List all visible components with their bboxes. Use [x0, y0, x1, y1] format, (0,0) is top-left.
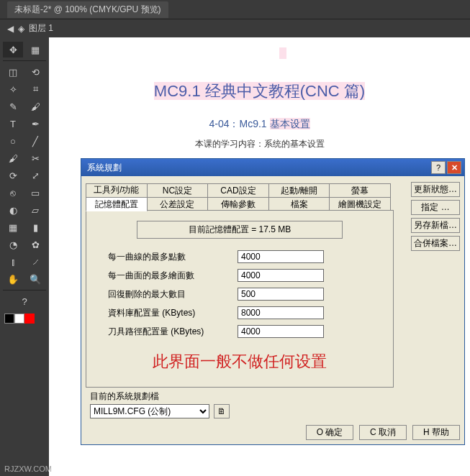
layers-label[interactable]: 图层 1 [29, 22, 53, 35]
system-config-dialog: 系統規劃 ? ✕ 更新狀態…指定 …另存新檔…合併檔案… 工具列/功能鍵NC設定… [81, 158, 465, 445]
tab-繪圖機設定[interactable]: 繪圖機設定 [329, 197, 391, 211]
tab-螢幕[interactable]: 螢幕 [329, 183, 391, 198]
eyedropper-tool[interactable]: ✎ [3, 99, 23, 114]
doc-subtitle: 4-04：Mc9.1 基本设置 [49, 118, 470, 131]
color-swatches [3, 313, 46, 324]
artboard-tool[interactable]: ▦ [25, 42, 45, 58]
type-tool[interactable]: T [3, 116, 23, 132]
side-btn-合併檔案…[interactable]: 合併檔案… [411, 236, 460, 251]
form-input-4[interactable] [238, 325, 324, 338]
tab-記憶體配置[interactable]: 記憶體配置 [86, 197, 148, 211]
layers-bar: ◀ ◈ 图层 1 [0, 19, 470, 37]
form-label: 回復刪除的最大數目 [94, 288, 238, 301]
tab-content: 目前記憶體配置 = 17.5 MB 每一曲線的最多點數每一曲面的最多繪面數回復刪… [86, 210, 394, 388]
chevron-left-icon[interactable]: ◀ [7, 24, 14, 34]
form-row: 刀具路徑配置量 (KBytes) [94, 325, 386, 338]
dialog-title-text: 系統規劃 [84, 162, 122, 174]
help-icon[interactable]: ? [431, 161, 446, 174]
form-row: 資料庫配置量 (KBytes) [94, 306, 386, 319]
paintbrush-tool[interactable]: 🖌 [3, 150, 23, 166]
slice-tool[interactable]: ⟋ [25, 254, 45, 270]
form-label: 刀具路徑配置量 (KBytes) [94, 326, 238, 338]
free-transform-tool[interactable]: ▭ [25, 185, 45, 201]
doc-desc: 本课的学习内容：系统的基本设置 [49, 138, 470, 150]
watermark: RJZXW.COM [4, 464, 52, 473]
graph-tool[interactable]: ⫿ [3, 254, 23, 270]
file-open-icon[interactable]: 🗎 [214, 404, 230, 418]
form-label: 每一曲面的最多繪面數 [94, 270, 238, 282]
brush-tool[interactable]: 🖌 [25, 99, 45, 114]
tab-公差設定[interactable]: 公差設定 [147, 197, 209, 211]
scale-tool[interactable]: ⤢ [25, 168, 45, 183]
canvas-area: MC9.1 经典中文教程(CNC 篇) 4-04：Mc9.1 基本设置 本课的学… [49, 37, 470, 476]
tab-檔案[interactable]: 檔案 [268, 197, 330, 211]
tab-起動/離開[interactable]: 起動/離開 [268, 183, 330, 198]
lasso-tool[interactable]: ⟲ [25, 64, 45, 80]
doc-title: MC9.1 经典中文教程(CNC 篇) [49, 81, 470, 102]
swatch-white[interactable] [14, 313, 24, 324]
ellipse-tool[interactable]: ○ [3, 133, 23, 149]
form-input-0[interactable] [238, 250, 324, 263]
help-tool[interactable]: ? [3, 293, 46, 309]
form-label: 每一曲線的最多點數 [94, 251, 238, 263]
side-btn-另存新檔…[interactable]: 另存新檔… [411, 218, 460, 233]
tools-panel: ✥▦◫⟲✧⌗✎🖌T✒○╱🖌✂⟳⤢⎋▭◐▱▦▮◔✿⫿⟋✋🔍? [0, 37, 49, 476]
cfg-file-select[interactable]: MILL9M.CFG (公制) [90, 404, 209, 418]
tab-NC設定[interactable]: NC設定 [147, 183, 209, 198]
tab-CAD設定[interactable]: CAD設定 [207, 183, 269, 198]
form-input-3[interactable] [238, 306, 324, 319]
blend-tool[interactable]: ◔ [3, 237, 23, 252]
close-icon[interactable]: ✕ [447, 161, 461, 174]
form-label: 資料庫配置量 (KBytes) [94, 307, 238, 319]
zoom-tool[interactable]: 🔍 [25, 271, 45, 287]
perspective-tool[interactable]: ▱ [25, 202, 45, 218]
layers-icon[interactable]: ◈ [18, 24, 24, 34]
line-tool[interactable]: ╱ [25, 133, 45, 149]
shape-builder-tool[interactable]: ◐ [3, 202, 23, 218]
mesh-tool[interactable]: ▦ [3, 219, 23, 235]
swatch-black[interactable] [4, 313, 14, 324]
tab-工具列/功能鍵[interactable]: 工具列/功能鍵 [86, 183, 148, 198]
form-row: 每一曲線的最多點數 [94, 250, 386, 263]
form-input-1[interactable] [238, 269, 324, 282]
cfg-label: 目前的系統規劃檔 [90, 390, 456, 403]
symbol-tool[interactable]: ✿ [25, 237, 45, 252]
dialog-titlebar[interactable]: 系統規劃 ? ✕ [81, 159, 464, 176]
crop-tool[interactable]: ⌗ [25, 81, 45, 97]
side-btn-更新狀態…[interactable]: 更新狀態… [411, 182, 460, 197]
selection-tool[interactable]: ◫ [3, 64, 23, 80]
tab-傳輸參數[interactable]: 傳輸參數 [207, 197, 269, 211]
width-tool[interactable]: ⎋ [3, 185, 23, 201]
side-btn-指定 …[interactable]: 指定 … [411, 200, 460, 215]
gradient-tool[interactable]: ▮ [25, 219, 45, 235]
rotate-tool[interactable]: ⟳ [3, 168, 23, 183]
wand-tool[interactable]: ✧ [3, 81, 23, 97]
form-row: 每一曲面的最多繪面數 [94, 269, 386, 282]
document-tab[interactable]: 未标题-2* @ 100% (CMYK/GPU 预览) [7, 1, 168, 18]
document-tab-bar: 未标题-2* @ 100% (CMYK/GPU 预览) [0, 0, 470, 19]
hand-tool[interactable]: ✋ [3, 271, 23, 287]
move-tool[interactable]: ✥ [3, 42, 23, 58]
scissors-tool[interactable]: ✂ [25, 150, 45, 166]
memory-label: 目前記憶體配置 = 17.5 MB [137, 221, 343, 239]
form-row: 回復刪除的最大數目 [94, 288, 386, 301]
swatch-red[interactable] [24, 313, 35, 324]
form-input-2[interactable] [238, 288, 324, 301]
selection-mark [279, 47, 286, 59]
red-note: 此界面一般不做任何设置 [94, 351, 386, 372]
path-tool[interactable]: ✒ [25, 116, 45, 132]
